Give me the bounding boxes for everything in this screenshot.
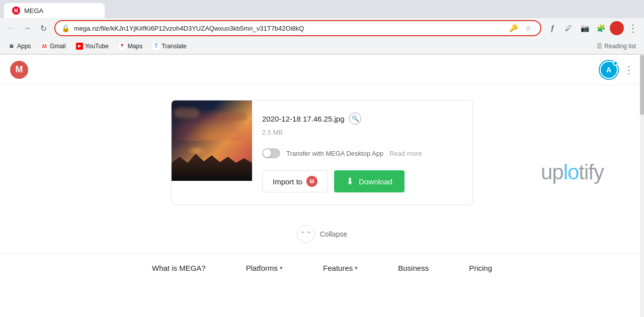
youtube-favicon: ▶ — [76, 43, 83, 50]
file-search-button[interactable]: 🔍 — [349, 113, 361, 125]
bookmark-apps-label: Apps — [17, 43, 31, 50]
address-bar[interactable]: 🔒 mega.nz/file/kKJn1YjK#fKi6P12vzoh4D3YU… — [54, 20, 541, 36]
f-icon-button[interactable]: ƒ — [545, 21, 559, 35]
uplotify-brand: uplotify — [541, 160, 604, 184]
lock-icon: 🔒 — [61, 24, 70, 32]
mega-header: M A ⋮ — [0, 55, 644, 85]
apps-favicon: ⊞ — [8, 43, 15, 50]
refresh-button[interactable]: ↻ — [36, 21, 50, 35]
bookmark-maps-label: Maps — [128, 43, 142, 50]
action-buttons: Import to M ⬇ Download — [262, 170, 462, 192]
tab-bar: M MEGA — [0, 0, 644, 18]
transfer-row: Transfer with MEGA Desktop App Read more — [262, 148, 462, 158]
nav-features-label: Features — [323, 264, 353, 272]
scrollbar-thumb[interactable] — [640, 55, 644, 115]
collapse-label: Collapse — [320, 230, 347, 238]
uplotify-part2: lo — [564, 160, 579, 184]
address-bar-icons: 🔑 ☆ — [507, 22, 534, 34]
maps-favicon: 📍 — [119, 43, 126, 50]
eyedropper-button[interactable]: 🖊 — [561, 21, 576, 35]
camera-button[interactable]: 📷 — [578, 21, 592, 35]
forward-button[interactable]: → — [20, 21, 34, 35]
mega-header-right: A ⋮ — [600, 61, 634, 79]
file-name: 2020-12-18 17.46.25.jpg — [262, 115, 344, 123]
nav-what-is-mega[interactable]: What is MEGA? — [152, 264, 206, 272]
profile-button[interactable] — [610, 21, 624, 35]
browser-chrome: M MEGA ← → ↻ 🔒 mega.nz/file/kKJn1YjK#fKi… — [0, 0, 644, 55]
scrollbar[interactable] — [640, 55, 644, 317]
nav-features[interactable]: Features ▾ — [323, 264, 358, 272]
bookmark-gmail-label: Gmail — [50, 43, 65, 50]
active-tab[interactable]: M MEGA — [4, 3, 105, 18]
translate-favicon: T — [152, 43, 159, 50]
page-content: M A ⋮ 2020- — [0, 55, 644, 317]
tab-favicon: M — [12, 7, 20, 15]
back-button[interactable]: ← — [4, 21, 18, 35]
read-more-link[interactable]: Read more — [389, 150, 422, 157]
bookmarks-bar: ⊞ Apps M Gmail ▶ YouTube 📍 Maps T Transl… — [0, 38, 644, 54]
toggle-knob — [263, 149, 271, 157]
bookmark-maps[interactable]: 📍 Maps — [115, 42, 146, 51]
key-icon-button[interactable]: 🔑 — [507, 22, 519, 34]
nav-pricing[interactable]: Pricing — [469, 264, 492, 272]
mega-logo[interactable]: M — [10, 61, 28, 79]
avatar-notification — [613, 61, 618, 66]
download-label: Download — [359, 177, 392, 186]
url-text: mega.nz/file/kKJn1YjK#fKi6P12vzoh4D3YUZA… — [74, 25, 503, 32]
uplotify-part1: up — [541, 160, 564, 184]
file-viewer-section: 2020-12-18 17.46.25.jpg 🔍 2.5 MB Transfe… — [0, 85, 644, 215]
file-thumbnail — [172, 100, 252, 181]
import-label: Import to — [273, 177, 302, 186]
transfer-toggle[interactable] — [262, 148, 280, 158]
extensions-button[interactable]: 🧩 — [594, 21, 608, 35]
uplotify-part3: tify — [579, 160, 604, 184]
nav-what-is-mega-label: What is MEGA? — [152, 264, 206, 272]
file-info: 2020-12-18 17.46.25.jpg 🔍 2.5 MB Transfe… — [252, 100, 472, 204]
gmail-favicon: M — [41, 43, 48, 50]
file-size: 2.5 MB — [262, 129, 462, 136]
download-icon: ⬇ — [346, 176, 354, 187]
collapse-section[interactable]: ⌃⌃ Collapse — [0, 215, 644, 253]
bookmark-youtube-label: YouTube — [85, 43, 109, 50]
footer-nav: What is MEGA? Platforms ▾ Features ▾ Bus… — [0, 253, 644, 282]
collapse-arrows-icon: ⌃⌃ — [300, 230, 312, 238]
nav-platforms-label: Platforms — [246, 264, 278, 272]
reading-list-button[interactable]: ☰ Reading list — [593, 42, 640, 51]
reading-list-icon: ☰ — [597, 43, 602, 50]
bookmark-translate[interactable]: T Translate — [148, 42, 191, 51]
import-mega-icon: M — [306, 176, 317, 187]
download-button[interactable]: ⬇ Download — [334, 170, 405, 192]
avatar-letter: A — [606, 66, 611, 74]
bookmark-gmail[interactable]: M Gmail — [37, 42, 69, 51]
file-name-row: 2020-12-18 17.46.25.jpg 🔍 — [262, 113, 462, 125]
toolbar-right: ƒ 🖊 📷 🧩 ⋮ — [545, 21, 640, 35]
file-card: 2020-12-18 17.46.25.jpg 🔍 2.5 MB Transfe… — [171, 100, 473, 205]
bookmark-youtube[interactable]: ▶ YouTube — [72, 42, 113, 51]
menu-button[interactable]: ⋮ — [626, 21, 640, 35]
import-button[interactable]: Import to M — [262, 170, 328, 192]
nav-pricing-label: Pricing — [469, 264, 492, 272]
toolbar: ← → ↻ 🔒 mega.nz/file/kKJn1YjK#fKi6P12vzo… — [0, 18, 644, 38]
mega-menu-button[interactable]: ⋮ — [624, 64, 634, 76]
nav-platforms[interactable]: Platforms ▾ — [246, 264, 283, 272]
platforms-chevron-icon: ▾ — [280, 265, 283, 271]
bookmark-apps[interactable]: ⊞ Apps — [4, 42, 35, 51]
star-icon-button[interactable]: ☆ — [522, 22, 534, 34]
nav-business-label: Business — [398, 264, 429, 272]
user-avatar-button[interactable]: A — [600, 61, 618, 79]
nav-business[interactable]: Business — [398, 264, 429, 272]
bookmark-translate-label: Translate — [162, 43, 187, 50]
reading-list-label: Reading list — [604, 43, 636, 50]
tab-title: MEGA — [24, 7, 43, 15]
features-chevron-icon: ▾ — [355, 265, 358, 271]
collapse-icon-circle: ⌃⌃ — [297, 225, 315, 243]
transfer-label: Transfer with MEGA Desktop App — [286, 150, 383, 157]
